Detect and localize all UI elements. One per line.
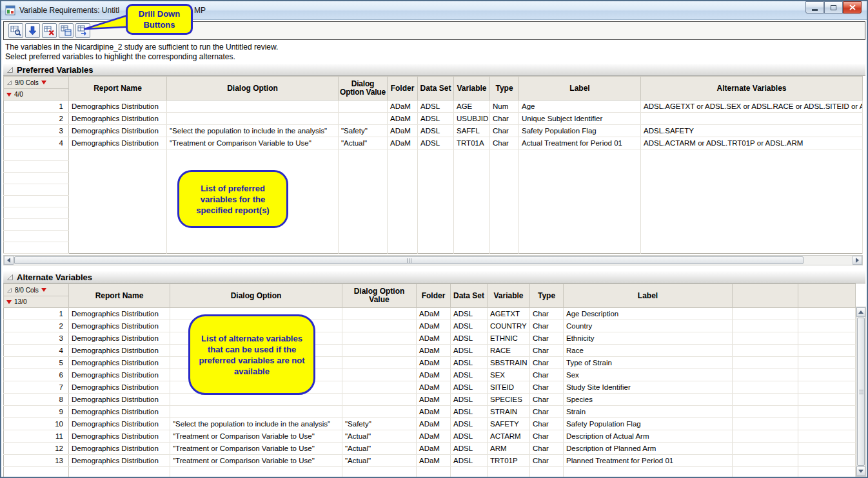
alternate-table-row[interactable]: 12 Demographics Distribution "Treatment …	[4, 443, 856, 455]
cell-data-set[interactable]: ADSL	[451, 406, 488, 418]
cell-label[interactable]: Description of Actual Arm	[564, 430, 733, 443]
cell-data-set[interactable]: ADSL	[451, 308, 488, 320]
cell-label[interactable]: Ethnicity	[564, 332, 733, 345]
cell-report-name[interactable]: Demographics Distribution	[69, 332, 170, 345]
preferred-table-row[interactable]: 2 Demographics Distribution ADaM ADSL US…	[4, 113, 863, 125]
row-number[interactable]: 2	[4, 320, 69, 332]
cell-label[interactable]: Country	[564, 320, 733, 332]
cell-variable[interactable]: SEX	[488, 369, 530, 381]
cell-variable[interactable]: SAFETY	[488, 418, 530, 430]
cell-report-name[interactable]: Demographics Distribution	[69, 357, 170, 369]
cell-folder[interactable]: ADaM	[417, 381, 451, 394]
cell-data-set[interactable]: ADSL	[451, 345, 488, 357]
alternate-table-row[interactable]: 13 Demographics Distribution "Treatment …	[4, 455, 856, 467]
scroll-right-button[interactable]	[853, 256, 862, 265]
cell-dialog-option[interactable]	[167, 113, 339, 125]
cell-dialog-option-value[interactable]	[342, 406, 417, 418]
cell-label[interactable]: Sex	[564, 369, 733, 381]
cell-data-set[interactable]: ADSL	[451, 320, 488, 332]
row-number[interactable]: 10	[4, 418, 69, 430]
cell-dialog-option-value[interactable]: "Safety"	[342, 418, 417, 430]
alternate-table-row[interactable]: 9 Demographics Distribution ADaM ADSL ST…	[4, 406, 856, 418]
cell-data-set[interactable]: ADSL	[451, 430, 488, 443]
cell-type[interactable]: Char	[530, 332, 564, 345]
cell-report-name[interactable]: Demographics Distribution	[69, 125, 167, 137]
cell-folder[interactable]: ADaM	[417, 418, 451, 430]
drill-down-button-2[interactable]	[25, 23, 40, 38]
cell-alternate-variables[interactable]: ADSL.AGETXT or ADSL.SEX or ADSL.RACE or …	[641, 100, 863, 113]
cell-dialog-option-value[interactable]	[342, 345, 417, 357]
alternate-table-row[interactable]: 3 Demographics Distribution ADaM ADSL ET…	[4, 332, 856, 345]
cell-data-set[interactable]: ADSL	[451, 394, 488, 406]
column-header-dialog-option[interactable]: Dialog Option	[167, 77, 339, 100]
vertical-scroll-thumb[interactable]	[857, 318, 865, 466]
cell-type[interactable]: Char	[530, 443, 564, 455]
preferred-table-row[interactable]: 1 Demographics Distribution ADaM ADSL AG…	[4, 100, 863, 113]
cell-data-set[interactable]: ADSL	[451, 443, 488, 455]
column-header-label[interactable]: Label	[519, 77, 641, 100]
cell-report-name[interactable]: Demographics Distribution	[69, 100, 167, 113]
cell-dialog-option-value[interactable]	[339, 113, 388, 125]
cell-dialog-option-value[interactable]	[342, 320, 417, 332]
row-number[interactable]: 9	[4, 406, 69, 418]
alternate-table-row[interactable]: 11 Demographics Distribution "Treatment …	[4, 430, 856, 443]
alternate-table-row[interactable]: 1 Demographics Distribution ADaM ADSL AG…	[4, 308, 856, 320]
alternate-table-row[interactable]: 8 Demographics Distribution ADaM ADSL SP…	[4, 394, 856, 406]
cell-label[interactable]: Age	[519, 100, 641, 113]
cell-variable[interactable]: ACTARM	[488, 430, 530, 443]
cell-dialog-option[interactable]: "Treatment or Comparison Variable to Use…	[170, 430, 342, 443]
column-header-type[interactable]: Type	[530, 284, 564, 308]
cell-report-name[interactable]: Demographics Distribution	[69, 443, 170, 455]
cell-variable[interactable]: SAFFL	[454, 125, 490, 137]
cell-report-name[interactable]: Demographics Distribution	[69, 345, 170, 357]
cell-folder[interactable]: ADaM	[388, 113, 418, 125]
cols-badge[interactable]: 9/0 Cols	[15, 79, 39, 87]
cell-alternate-variables[interactable]: ADSL.SAFETY	[641, 125, 863, 137]
cell-variable[interactable]: TRT01A	[454, 137, 490, 149]
cell-variable[interactable]: STRAIN	[488, 406, 530, 418]
cell-dialog-option-value[interactable]	[342, 369, 417, 381]
cell-dialog-option-value[interactable]	[342, 394, 417, 406]
cell-label[interactable]: Strain	[564, 406, 733, 418]
cell-report-name[interactable]: Demographics Distribution	[69, 406, 170, 418]
column-header-dialog-option-value[interactable]: Dialog Option Value	[342, 284, 417, 308]
row-number[interactable]: 3	[4, 125, 69, 137]
alternate-table-row[interactable]: 6 Demographics Distribution ADaM ADSL SE…	[4, 369, 856, 381]
cell-data-set[interactable]: ADSL	[451, 369, 488, 381]
cell-report-name[interactable]: Demographics Distribution	[69, 320, 170, 332]
drill-down-button-3[interactable]	[42, 23, 57, 38]
column-header-variable[interactable]: Variable	[488, 284, 530, 308]
cell-variable[interactable]: AGE	[454, 100, 490, 113]
cell-folder[interactable]: ADaM	[417, 443, 451, 455]
horizontal-scroll-thumb[interactable]	[14, 256, 804, 264]
rows-menu-icon[interactable]	[6, 300, 12, 304]
cell-dialog-option-value[interactable]	[342, 308, 417, 320]
cell-type[interactable]: Char	[530, 308, 564, 320]
disclosure-icon[interactable]	[6, 287, 12, 293]
column-header-dialog-option-value[interactable]: Dialog Option Value	[339, 77, 388, 100]
cell-data-set[interactable]: ADSL	[418, 100, 454, 113]
cell-data-set[interactable]: ADSL	[451, 418, 488, 430]
column-header-alternate-variables[interactable]: Alternate Variables	[641, 77, 863, 100]
columns-menu-icon[interactable]	[41, 81, 46, 84]
cell-type[interactable]: Char	[530, 345, 564, 357]
cell-folder[interactable]: ADaM	[417, 455, 451, 467]
cell-label[interactable]: Planned Treatment for Period 01	[564, 455, 733, 467]
preferred-table-row[interactable]: 4 Demographics Distribution "Treatment o…	[4, 137, 863, 149]
cell-type[interactable]: Char	[530, 394, 564, 406]
cell-folder[interactable]: ADaM	[417, 345, 451, 357]
cell-dialog-option-value[interactable]: "Actual"	[342, 443, 417, 455]
column-header-report-name[interactable]: Report Name	[69, 284, 170, 308]
row-number[interactable]: 2	[4, 113, 69, 125]
row-number[interactable]: 1	[4, 100, 69, 113]
cell-type[interactable]: Char	[530, 418, 564, 430]
cell-data-set[interactable]: ADSL	[418, 125, 454, 137]
cell-label[interactable]: Actual Treatment for Period 01	[519, 137, 641, 149]
cell-folder[interactable]: ADaM	[417, 332, 451, 345]
cell-dialog-option-value[interactable]: "Actual"	[342, 455, 417, 467]
cell-data-set[interactable]: ADSL	[451, 357, 488, 369]
cell-folder[interactable]: ADaM	[417, 357, 451, 369]
cell-type[interactable]: Char	[530, 430, 564, 443]
cell-type[interactable]: Char	[490, 125, 519, 137]
cell-type[interactable]: Char	[530, 381, 564, 394]
